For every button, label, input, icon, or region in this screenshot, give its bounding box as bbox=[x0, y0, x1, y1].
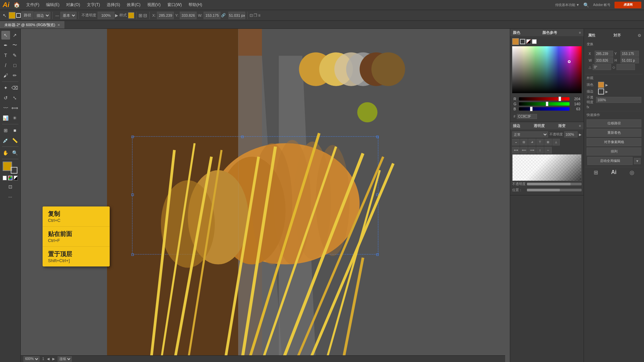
g-slider[interactable] bbox=[519, 102, 570, 106]
more-tools-btn[interactable]: ··· bbox=[6, 192, 15, 201]
global-edit-dropdown[interactable]: ▼ bbox=[634, 158, 641, 164]
doc-tab-close[interactable]: ✕ bbox=[57, 23, 60, 27]
stroke-swatch[interactable] bbox=[16, 13, 21, 18]
artboard-tool[interactable]: ⊡ bbox=[6, 182, 15, 191]
x-input[interactable] bbox=[157, 12, 174, 19]
none-swatch[interactable] bbox=[526, 39, 531, 44]
align-top-btn[interactable]: ⊤ bbox=[536, 139, 544, 145]
opacity-arrow-icon[interactable]: ▶ bbox=[115, 13, 118, 18]
hand-tool[interactable]: ✋ bbox=[1, 148, 10, 157]
link-icon[interactable]: 🔗 bbox=[221, 13, 226, 17]
x-transform-input[interactable] bbox=[595, 51, 613, 57]
color-btn[interactable] bbox=[8, 176, 12, 180]
warp-tool[interactable]: 〰 bbox=[1, 104, 10, 112]
selection-tool[interactable]: ↖ bbox=[1, 31, 10, 40]
menu-edit[interactable]: 编辑(E) bbox=[43, 1, 62, 8]
grid-icon[interactable]: ⊟ bbox=[143, 13, 147, 18]
global-edit-btn[interactable]: 启动全局编辑 bbox=[587, 157, 633, 165]
shear-input[interactable] bbox=[616, 64, 635, 70]
transparency-panel-header[interactable]: 描边 透明度 渐变 ≡ bbox=[510, 122, 584, 129]
transparency-options-icon[interactable]: ≡ bbox=[579, 124, 581, 128]
stroke-type-select[interactable]: 基本 bbox=[60, 12, 76, 19]
curvature-tool[interactable]: 〜 bbox=[11, 41, 19, 50]
align-right-btn[interactable]: ⫡ bbox=[528, 139, 536, 145]
menu-effect[interactable]: 效果(C) bbox=[124, 1, 143, 8]
symbol-sprayer[interactable]: ✳ bbox=[11, 114, 19, 122]
b-thumb[interactable] bbox=[530, 107, 533, 111]
gradient-tool[interactable]: ■ bbox=[11, 126, 19, 135]
arrange-btn[interactable]: 排列 bbox=[587, 147, 641, 156]
artboard-mode-select[interactable]: 连续 bbox=[58, 356, 72, 362]
props-settings-icon[interactable]: ⚙ bbox=[638, 33, 641, 38]
text-tool[interactable]: T bbox=[1, 51, 10, 60]
w-transform-input[interactable] bbox=[595, 57, 613, 63]
user-label[interactable]: Adobe 帐号 bbox=[590, 3, 613, 7]
nav-next-icon[interactable]: ▶ bbox=[52, 357, 55, 361]
ai-text-icon[interactable]: Ai bbox=[611, 169, 616, 176]
ctx-paste-front[interactable]: 贴在前面 Ctrl+F bbox=[43, 227, 110, 247]
align-center-btn[interactable]: ⊟ bbox=[520, 139, 528, 145]
opacity-bar[interactable] bbox=[527, 183, 582, 185]
menu-window[interactable]: 窗口(W) bbox=[165, 1, 184, 8]
opacity-value-input[interactable] bbox=[596, 97, 641, 103]
g-thumb[interactable] bbox=[546, 102, 548, 106]
touch-type-tool[interactable]: ✎ bbox=[11, 51, 19, 60]
home-icon[interactable]: 🏠 bbox=[13, 2, 20, 8]
h-transform-input[interactable] bbox=[621, 57, 639, 63]
dist-h-btn[interactable]: ⟺ bbox=[512, 147, 520, 154]
paintbrush-tool[interactable]: 🖌 bbox=[1, 71, 10, 80]
move-path-btn[interactable]: 位移路径 bbox=[587, 119, 641, 127]
stroke-swatch-color[interactable] bbox=[520, 39, 525, 44]
pixel-preview-icon[interactable]: ⊞ bbox=[139, 13, 143, 18]
zoom-select[interactable]: 600% 400% 200% 100% bbox=[23, 356, 40, 362]
h-input[interactable] bbox=[228, 12, 245, 19]
rotate-tool[interactable]: ↺ bbox=[1, 94, 10, 102]
dist-h2-btn[interactable]: ⟹ bbox=[528, 147, 536, 154]
menu-help[interactable]: 帮助(H) bbox=[186, 1, 205, 8]
zoom-tool[interactable]: 🔍 bbox=[11, 148, 19, 157]
blend-mode-select[interactable]: 正常 bbox=[512, 131, 548, 137]
dist-spacing-btn[interactable]: ↕ bbox=[536, 147, 544, 154]
shape-select[interactable]: 描边 填充 bbox=[34, 12, 50, 19]
opacity-input[interactable] bbox=[98, 12, 114, 19]
draw-mode-btn[interactable]: 路径 bbox=[21, 11, 34, 19]
dist-v-btn[interactable]: ⟸ bbox=[520, 147, 528, 154]
canvas-area[interactable]: 复制 Ctrl+C 贴在前面 Ctrl+F 置于顶层 Shift+Ctrl+] … bbox=[21, 29, 510, 362]
recolor-btn[interactable]: 重新着色 bbox=[587, 129, 641, 137]
none-fill-btn[interactable] bbox=[3, 176, 7, 180]
y-transform-input[interactable] bbox=[621, 51, 639, 57]
transform-icon[interactable]: ⊡ bbox=[250, 13, 253, 18]
eraser-tool[interactable]: ⌫ bbox=[11, 83, 19, 92]
panel-options-icon[interactable]: ≡ bbox=[579, 31, 581, 35]
line-tool[interactable]: / bbox=[1, 61, 10, 70]
arrange-icon-prop[interactable]: ⊞ bbox=[594, 169, 598, 176]
ctx-bring-front[interactable]: 置于顶层 Shift+Ctrl+] bbox=[43, 247, 110, 266]
fill-color-preview[interactable] bbox=[598, 82, 604, 88]
rotate-input[interactable] bbox=[593, 64, 611, 70]
fill-expand-icon[interactable]: ▶ bbox=[605, 83, 608, 87]
menu-text[interactable]: 文字(T) bbox=[84, 1, 103, 8]
stroke-color-preview[interactable] bbox=[598, 88, 604, 95]
rect-tool[interactable]: □ bbox=[11, 61, 19, 70]
menu-view[interactable]: 视图(V) bbox=[145, 1, 163, 8]
eyedropper-tool[interactable]: 💉 bbox=[1, 136, 10, 145]
align-left-btn[interactable]: ⫠ bbox=[512, 139, 520, 145]
search-icon[interactable]: 🔍 bbox=[583, 2, 589, 8]
white-swatch[interactable] bbox=[532, 39, 537, 44]
menu-select[interactable]: 选择(S) bbox=[104, 1, 123, 8]
dist-spacing2-btn[interactable]: ↔ bbox=[544, 147, 552, 154]
mesh-tool[interactable]: ⊞ bbox=[1, 126, 10, 135]
isolate-icon[interactable]: ▶ bbox=[579, 133, 582, 136]
menu-object[interactable]: 对象(O) bbox=[63, 1, 83, 8]
w-input[interactable] bbox=[204, 12, 220, 19]
gradient-btn[interactable] bbox=[14, 176, 18, 180]
doc-tab-active[interactable]: 未标题-2* @ 600% (RGB/预览) ✕ bbox=[0, 21, 64, 28]
y-input[interactable] bbox=[180, 12, 197, 19]
nav-prev-icon[interactable]: ◀ bbox=[47, 357, 50, 361]
more-icon[interactable]: ≡ bbox=[258, 13, 260, 18]
fill-color-swatch[interactable] bbox=[9, 12, 15, 19]
workspace-label[interactable]: 传统基本功能 ▼ bbox=[552, 3, 582, 7]
position-bar[interactable] bbox=[527, 189, 582, 191]
stroke-expand-icon[interactable]: ▶ bbox=[605, 90, 608, 94]
hex-input[interactable] bbox=[517, 114, 537, 119]
